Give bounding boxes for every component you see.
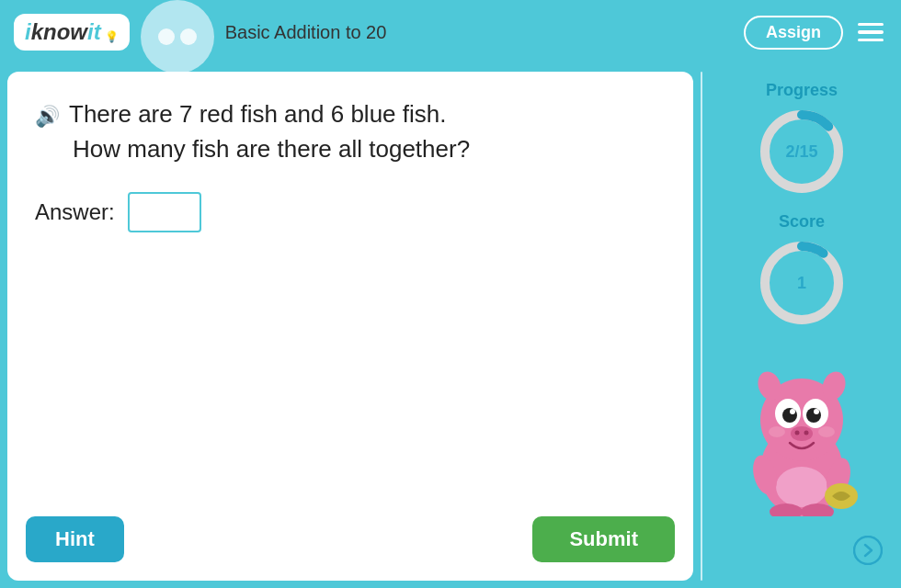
right-panel: Progress 2/15 Score 1 (710, 72, 894, 581)
progress-ring: 2/15 (756, 106, 848, 198)
question-body: There are 7 red fish and 6 blue fish. Ho… (69, 97, 470, 166)
lesson-title: Basic Addition to 20 (225, 22, 733, 43)
bubble-dots (158, 28, 197, 45)
svg-point-12 (791, 426, 813, 441)
score-box: Score 1 (756, 212, 848, 329)
score-ring: 1 (756, 237, 848, 329)
svg-point-25 (854, 537, 882, 564)
score-value: 1 (797, 274, 806, 293)
score-label: Score (779, 212, 825, 232)
sound-icon[interactable]: 🔊 (35, 102, 60, 131)
svg-point-24 (818, 426, 835, 437)
assign-button[interactable]: Assign (744, 16, 843, 50)
svg-point-9 (806, 408, 821, 423)
progress-box: Progress 2/15 (756, 81, 848, 198)
svg-point-23 (769, 426, 785, 437)
question-line2: How many fish are there all together? (73, 132, 470, 167)
header-right: Assign (744, 16, 887, 50)
menu-line-2 (858, 30, 884, 34)
submit-button[interactable]: Submit (532, 516, 675, 562)
mascot (733, 351, 871, 507)
progress-value: 2/15 (785, 142, 817, 162)
logo: iknowit 💡 (14, 14, 130, 51)
next-button[interactable] (853, 536, 883, 571)
mascot-svg (733, 351, 871, 516)
answer-input[interactable] (128, 192, 201, 232)
svg-point-17 (776, 467, 827, 507)
menu-button[interactable] (854, 19, 887, 46)
title-bubble (141, 0, 214, 74)
svg-point-11 (814, 409, 819, 414)
question-line1: There are 7 red fish and 6 blue fish. (69, 97, 470, 132)
panel-divider (701, 72, 702, 581)
svg-point-10 (790, 409, 795, 414)
svg-point-8 (782, 408, 797, 423)
next-arrow-icon (853, 536, 883, 565)
header: iknowit 💡 Basic Addition to 20 Assign (0, 0, 901, 64)
logo-bulb-icon: 💡 (105, 30, 119, 43)
menu-line-1 (858, 23, 884, 27)
menu-line-3 (858, 39, 884, 42)
bottom-buttons: Hint Submit (26, 516, 675, 562)
question-panel: 🔊 There are 7 red fish and 6 blue fish. … (7, 72, 693, 581)
answer-label: Answer: (35, 199, 115, 225)
svg-point-13 (795, 431, 800, 435)
logo-text: iknowit (25, 19, 101, 45)
answer-row: Answer: (35, 192, 666, 232)
question-text: 🔊 There are 7 red fish and 6 blue fish. … (35, 97, 666, 166)
svg-point-14 (804, 431, 809, 435)
main-content: 🔊 There are 7 red fish and 6 blue fish. … (0, 64, 901, 588)
hint-button[interactable]: Hint (26, 516, 124, 562)
progress-label: Progress (766, 81, 838, 100)
